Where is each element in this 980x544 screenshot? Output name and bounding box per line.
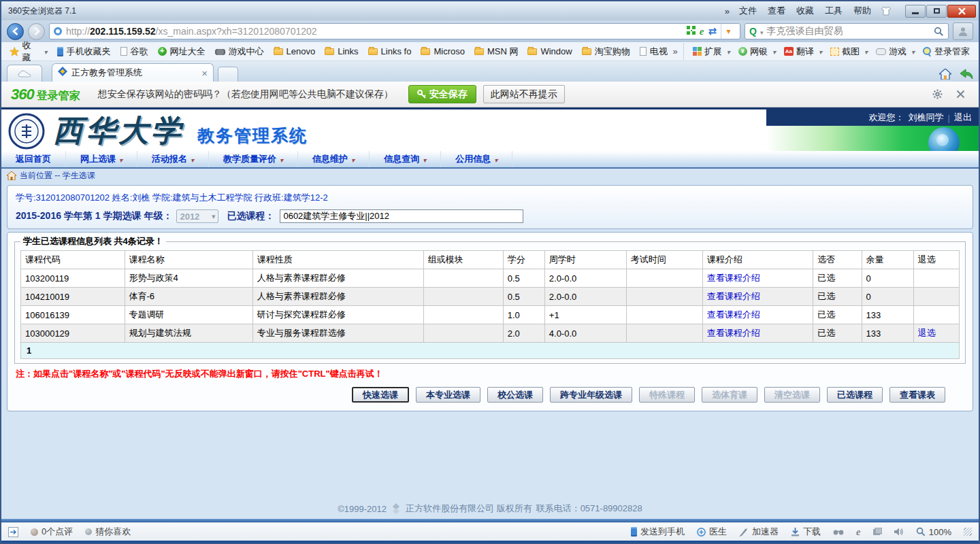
bookmark-item[interactable]: Links [321, 44, 362, 58]
drop-course-link[interactable]: 退选 [918, 328, 936, 338]
bookmark-item[interactable]: Microso [416, 44, 469, 58]
course-intro-link[interactable]: 查看课程介绍 [707, 328, 760, 338]
cell-name[interactable]: 专题调研 [125, 306, 252, 324]
cell-name[interactable]: 规划与建筑法规 [125, 324, 252, 343]
toolbar-tool-extensions-icon[interactable]: 扩展 [689, 44, 734, 60]
action-button-快速选课[interactable]: 快速选课 [352, 387, 409, 403]
restore-button[interactable] [926, 5, 947, 18]
cell-code[interactable]: 103000129 [21, 324, 125, 343]
reviews-button[interactable]: 0个点评 [31, 526, 73, 538]
url-text[interactable]: http://202.115.159.52/xs_main.aspx?xh=31… [66, 26, 683, 37]
save-password-button[interactable]: 安全保存 [408, 85, 476, 103]
grade-select[interactable]: 2012 [176, 209, 218, 223]
menu-item-工具[interactable]: 工具 [825, 5, 843, 17]
favorites-button[interactable]: 收藏 [7, 39, 50, 64]
cell-name[interactable]: 形势与政策4 [125, 269, 252, 288]
cell-code[interactable]: 106016139 [21, 306, 125, 324]
action-button-跨专业年级选课[interactable]: 跨专业年级选课 [550, 387, 632, 403]
course-intro-link[interactable]: 查看课程介绍 [707, 309, 760, 320]
menu-overflow-chevron[interactable]: » [725, 6, 730, 16]
search-engine-icon[interactable] [749, 25, 757, 37]
toolbar-tool-games-icon[interactable]: 游戏 [872, 44, 918, 60]
logout-link[interactable]: 退出 [954, 112, 972, 124]
toolbar-tool-netbank-icon[interactable]: 网银 [735, 44, 779, 60]
nav-item-网上选课[interactable]: 网上选课 [66, 151, 137, 167]
toolbar-tool-login-manager-icon[interactable]: 登录管家 [919, 44, 973, 60]
bookmark-item[interactable]: 手机收藏夹 [53, 44, 115, 60]
bookmark-item[interactable]: 电视网- [636, 44, 668, 60]
speaker-icon[interactable] [894, 528, 904, 536]
bookmark-item[interactable]: 游戏中心 [211, 44, 268, 60]
course-intro-link[interactable]: 查看课程介绍 [707, 273, 760, 283]
bookmark-item[interactable]: MSN 网 [470, 44, 523, 60]
new-tab-button[interactable] [218, 67, 238, 82]
bookmark-item[interactable]: 谷歌 [116, 44, 152, 60]
close-button[interactable] [947, 5, 976, 18]
nav-item-公用信息[interactable]: 公用信息 [441, 151, 512, 167]
doctor-button[interactable]: 医生 [697, 526, 727, 538]
notify-close-icon[interactable] [956, 90, 965, 99]
nav-item-信息维护[interactable]: 信息维护 [298, 151, 370, 167]
search-engine-dropdown-icon[interactable] [760, 25, 764, 37]
windows-icon[interactable] [873, 528, 882, 536]
url-dropdown-icon[interactable] [721, 24, 736, 39]
user-name-link[interactable]: 刘樵同学 [909, 112, 944, 124]
search-box[interactable]: 李克强谈自由贸易 [745, 23, 949, 39]
qr-code-icon[interactable] [687, 25, 696, 37]
skin-theme-icon[interactable] [881, 6, 892, 16]
cell-name[interactable]: 体育-6 [125, 288, 252, 306]
action-button-校公选课[interactable]: 校公选课 [487, 387, 543, 403]
cell-code[interactable]: 103200119 [21, 269, 125, 288]
selected-courses-input[interactable] [280, 209, 523, 223]
cell-code[interactable]: 104210019 [21, 288, 125, 306]
dismiss-notify-button[interactable]: 此网站不再提示 [483, 85, 565, 103]
bookmark-item[interactable]: Window [523, 44, 576, 58]
ie-mode-icon[interactable] [856, 526, 861, 538]
refresh-icon[interactable] [708, 25, 717, 37]
open-in-ie-button[interactable] [8, 527, 18, 537]
menu-item-收藏[interactable]: 收藏 [796, 5, 814, 17]
cloud-sync-button[interactable] [7, 65, 42, 82]
download-button[interactable]: 下载 [791, 526, 821, 538]
notify-settings-gear-icon[interactable] [932, 89, 943, 99]
tab-close-icon[interactable] [201, 67, 208, 79]
search-query[interactable]: 李克强谈自由贸易 [766, 25, 930, 37]
forward-button[interactable] [28, 23, 45, 40]
recommend-button[interactable]: 猜你喜欢 [85, 526, 131, 538]
menu-item-帮助[interactable]: 帮助 [853, 5, 871, 17]
user-avatar-button[interactable] [953, 22, 973, 40]
menu-item-文件[interactable]: 文件 [739, 5, 757, 17]
action-button-查看课表[interactable]: 查看课表 [889, 387, 945, 403]
course-intro-link[interactable]: 查看课程介绍 [707, 291, 760, 301]
minimize-button[interactable] [905, 5, 926, 18]
resize-grip[interactable] [964, 528, 972, 536]
nav-item-活动报名[interactable]: 活动报名 [137, 151, 209, 167]
nav-item-信息查询[interactable]: 信息查询 [370, 151, 441, 167]
bookmark-item[interactable]: 淘宝购物 [578, 44, 634, 60]
bookmarks-overflow-chevron[interactable]: » [670, 46, 681, 56]
home-button[interactable] [939, 69, 951, 80]
incognito-icon[interactable] [833, 529, 844, 535]
zoom-control[interactable]: 100% [916, 527, 951, 537]
address-bar[interactable]: http://202.115.159.52/xs_main.aspx?xh=31… [49, 23, 740, 39]
menu-item-查看[interactable]: 查看 [768, 5, 785, 17]
nav-item-返回首页[interactable]: 返回首页 [1, 151, 66, 167]
tab-active[interactable]: 正方教务管理系统 [52, 63, 214, 82]
back-button[interactable] [7, 23, 24, 40]
toolbar-tool-translate-icon[interactable]: 翻译 [781, 44, 826, 60]
toolbar-tool-screenshot-icon[interactable]: 截图 [827, 44, 871, 60]
bookmark-item[interactable]: Lenovo [270, 44, 320, 58]
bookmark-item[interactable]: Links fo [364, 44, 416, 58]
action-button-本专业选课[interactable]: 本专业选课 [416, 387, 480, 403]
cell-exam [626, 269, 702, 288]
ie-compat-icon[interactable] [700, 25, 704, 37]
term-line: 2015-2016 学年第 1 学期选课 年级： 2012 已选课程： [16, 209, 964, 223]
session-restore-button[interactable] [960, 69, 973, 80]
send-to-phone-button[interactable]: 发送到手机 [631, 526, 685, 538]
booster-button[interactable]: 加速器 [739, 526, 779, 538]
search-button[interactable] [934, 27, 944, 37]
bookmark-item[interactable]: 网址大全 [154, 44, 210, 60]
action-button-已选课程[interactable]: 已选课程 [827, 387, 883, 403]
pagination[interactable]: 1 [20, 343, 960, 359]
nav-item-教学质量评价[interactable]: 教学质量评价 [209, 151, 298, 167]
